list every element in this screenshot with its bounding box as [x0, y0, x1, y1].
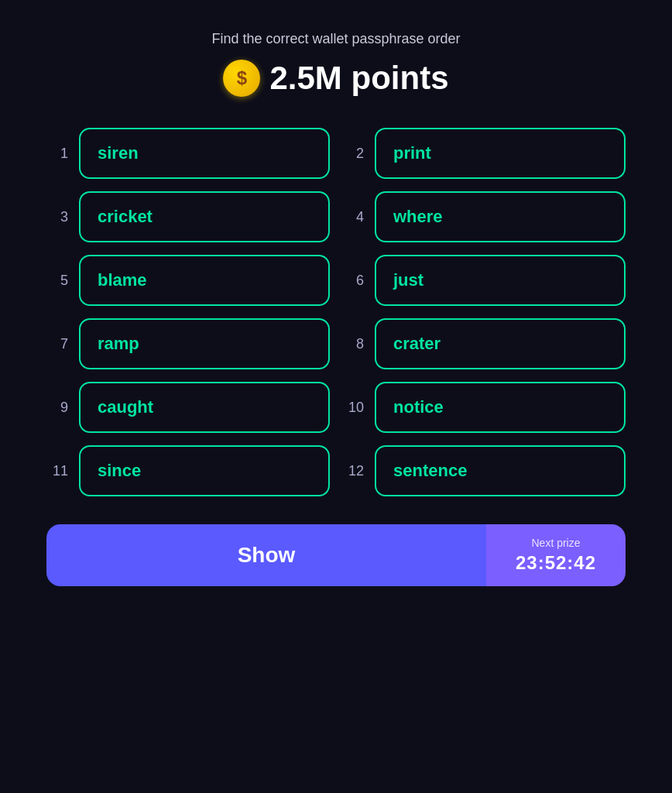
show-button[interactable]: Show [46, 524, 486, 586]
word-box-8[interactable]: crater [375, 318, 626, 369]
word-number-6: 6 [342, 273, 364, 289]
word-item-11: 11 since [46, 445, 330, 496]
word-box-4[interactable]: where [375, 191, 626, 242]
points-display: 2.5M points [269, 60, 448, 97]
words-grid: 1 siren 2 print 3 cricket 4 where 5 blam… [46, 128, 626, 496]
countdown-timer: 23:52:42 [516, 552, 596, 574]
word-item-9: 9 caught [46, 382, 330, 433]
word-box-10[interactable]: notice [375, 382, 626, 433]
word-item-2: 2 print [342, 128, 626, 179]
word-box-7[interactable]: ramp [79, 318, 330, 369]
word-box-12[interactable]: sentence [375, 445, 626, 496]
word-item-4: 4 where [342, 191, 626, 242]
word-number-5: 5 [46, 273, 68, 289]
word-number-3: 3 [46, 209, 68, 225]
word-number-10: 10 [342, 400, 364, 416]
word-item-6: 6 just [342, 255, 626, 306]
word-number-2: 2 [342, 146, 364, 162]
word-item-10: 10 notice [342, 382, 626, 433]
word-number-9: 9 [46, 400, 68, 416]
points-row: $ 2.5M points [223, 60, 448, 97]
word-number-1: 1 [46, 146, 68, 162]
coin-icon: $ [223, 60, 260, 97]
word-number-11: 11 [46, 463, 68, 479]
app-container: Find the correct wallet passphrase order… [0, 0, 672, 793]
next-prize-panel: Next prize 23:52:42 [486, 524, 626, 586]
word-number-8: 8 [342, 336, 364, 352]
word-box-2[interactable]: print [375, 128, 626, 179]
word-box-3[interactable]: cricket [79, 191, 330, 242]
word-number-4: 4 [342, 209, 364, 225]
word-number-7: 7 [46, 336, 68, 352]
word-item-3: 3 cricket [46, 191, 330, 242]
word-box-6[interactable]: just [375, 255, 626, 306]
bottom-bar: Show Next prize 23:52:42 [46, 524, 626, 586]
word-item-1: 1 siren [46, 128, 330, 179]
subtitle: Find the correct wallet passphrase order [211, 31, 460, 47]
word-item-12: 12 sentence [342, 445, 626, 496]
word-box-5[interactable]: blame [79, 255, 330, 306]
word-box-9[interactable]: caught [79, 382, 330, 433]
word-item-7: 7 ramp [46, 318, 330, 369]
word-item-8: 8 crater [342, 318, 626, 369]
word-box-1[interactable]: siren [79, 128, 330, 179]
word-box-11[interactable]: since [79, 445, 330, 496]
next-prize-label: Next prize [531, 537, 580, 549]
word-item-5: 5 blame [46, 255, 330, 306]
word-number-12: 12 [342, 463, 364, 479]
